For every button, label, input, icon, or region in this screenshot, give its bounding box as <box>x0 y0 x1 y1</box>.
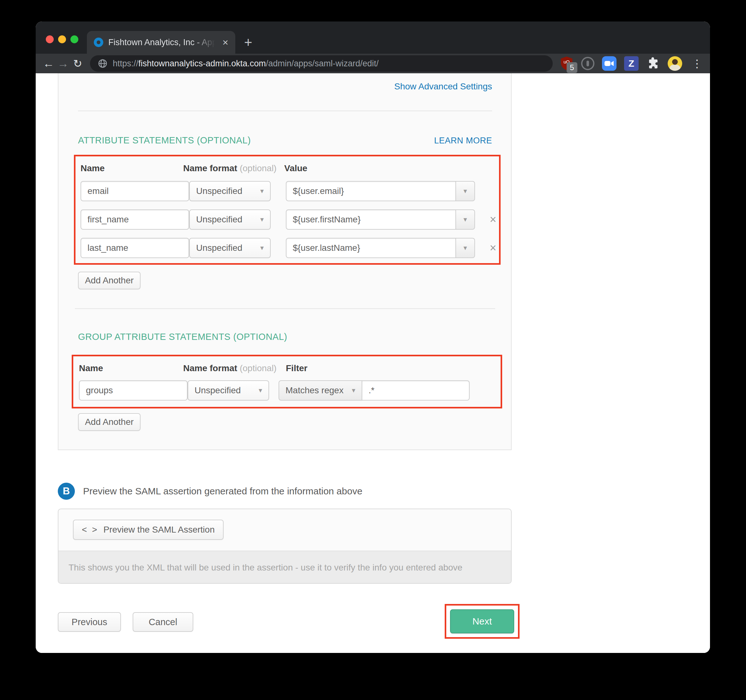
browser-toolbar: ← → ↻ https://fishtownanalytics-admin.ok… <box>36 54 710 73</box>
name-format-select[interactable]: Unspecified ▾ <box>189 181 271 201</box>
add-another-group-attribute-button[interactable]: Add Another <box>78 413 141 431</box>
attribute-value-input[interactable] <box>286 209 456 230</box>
name-format-value: Unspecified <box>194 385 241 396</box>
chevron-down-icon: ▾ <box>259 386 262 394</box>
filter-type-value: Matches regex <box>286 385 344 396</box>
preview-button-label: Preview the SAML Assertion <box>103 525 214 535</box>
preview-step-title: Preview the SAML assertion generated fro… <box>83 486 362 497</box>
profile-avatar[interactable] <box>668 56 682 71</box>
extension-area: uO 5 Z ⋮ <box>560 56 704 71</box>
name-format-select[interactable]: Unspecified ▾ <box>188 380 269 400</box>
show-advanced-settings-link[interactable]: Show Advanced Settings <box>394 81 492 92</box>
url-path: /admin/apps/saml-wizard/edit/ <box>266 59 379 68</box>
attribute-value-combo: ▾ <box>286 209 475 230</box>
name-format-value: Unspecified <box>196 214 242 224</box>
attribute-statements-header-row: ATTRIBUTE STATEMENTS (OPTIONAL) LEARN MO… <box>78 135 492 146</box>
group-attribute-statements-title: GROUP ATTRIBUTE STATEMENTS (OPTIONAL) <box>78 332 287 342</box>
chevron-down-icon: ▾ <box>260 215 264 224</box>
url-host: fishtownanalytics-admin.okta.com <box>138 59 266 68</box>
browser-menu-icon[interactable]: ⋮ <box>690 58 704 69</box>
divider <box>75 308 495 309</box>
close-tab-icon[interactable]: × <box>223 37 229 47</box>
value-dropdown-button[interactable]: ▾ <box>456 238 475 258</box>
attribute-name-input[interactable] <box>81 238 189 258</box>
url-scheme: https:// <box>113 59 138 68</box>
group-attribute-row: Unspecified ▾ Matches regex ▾ <box>73 380 501 400</box>
reload-icon[interactable]: ↻ <box>71 57 85 70</box>
preview-note-text: This shows you the XML that will be used… <box>69 563 462 573</box>
saml-settings-panel: Show Advanced Settings ATTRIBUTE STATEME… <box>58 73 511 450</box>
minimize-window-button[interactable] <box>58 35 66 43</box>
chevron-down-icon: ▾ <box>463 187 467 195</box>
page-content: Show Advanced Settings ATTRIBUTE STATEME… <box>36 73 710 653</box>
url-text: https://fishtownanalytics-admin.okta.com… <box>113 59 379 69</box>
column-header-name-format: Name format (optional) <box>183 363 277 373</box>
remove-row-button[interactable]: × <box>486 240 500 256</box>
browser-tab[interactable]: Fishtown Analytics, Inc - Applic × <box>87 31 235 54</box>
onepassword-icon[interactable] <box>581 57 594 70</box>
chevron-down-icon: ▾ <box>463 215 467 224</box>
attribute-row: Unspecified ▾ ▾ × <box>75 238 499 258</box>
window-controls <box>46 35 78 43</box>
address-bar[interactable]: https://fishtownanalytics-admin.okta.com… <box>90 55 553 72</box>
group-name-input[interactable] <box>79 380 188 400</box>
column-header-name: Name <box>81 163 105 173</box>
close-window-button[interactable] <box>46 35 54 43</box>
ublock-origin-icon[interactable]: uO 5 <box>560 56 573 71</box>
browser-window: Fishtown Analytics, Inc - Applic × + ← →… <box>36 21 710 653</box>
forward-icon[interactable]: → <box>56 57 71 70</box>
attribute-value-combo: ▾ <box>286 238 475 258</box>
annotation-box-attribute-statements: Name Name format (optional) Value Unspec… <box>74 155 501 265</box>
attribute-row: Unspecified ▾ ▾ <box>75 181 499 201</box>
filter-value-input[interactable] <box>362 380 470 400</box>
step-b-badge: B <box>58 483 75 500</box>
ublock-badge: 5 <box>567 62 578 73</box>
attribute-row: Unspecified ▾ ▾ × <box>75 209 499 230</box>
cancel-button[interactable]: Cancel <box>132 612 193 632</box>
attribute-value-combo: ▾ <box>286 181 475 201</box>
add-another-attribute-button[interactable]: Add Another <box>78 272 141 289</box>
tab-strip: Fishtown Analytics, Inc - Applic × + <box>36 21 710 54</box>
attribute-value-input[interactable] <box>286 181 456 201</box>
preview-saml-assertion-button[interactable]: < > Preview the SAML Assertion <box>73 519 224 540</box>
extensions-puzzle-icon[interactable] <box>646 57 660 71</box>
zoom-window-button[interactable] <box>71 35 78 43</box>
filter-type-select[interactable]: Matches regex ▾ <box>278 380 362 400</box>
chevron-down-icon: ▾ <box>260 244 264 252</box>
next-button[interactable]: Next <box>450 609 514 633</box>
divider <box>78 111 492 111</box>
column-header-name-format: Name format (optional) <box>183 163 277 173</box>
learn-more-link[interactable]: LEARN MORE <box>434 136 492 146</box>
back-icon[interactable]: ← <box>41 57 56 70</box>
attribute-name-input[interactable] <box>81 209 189 230</box>
preview-step-header: B Preview the SAML assertion generated f… <box>58 483 362 500</box>
annotation-box-group-attribute: Name Name format (optional) Filter Unspe… <box>72 355 502 408</box>
attribute-statements-title: ATTRIBUTE STATEMENTS (OPTIONAL) <box>78 135 251 146</box>
previous-button[interactable]: Previous <box>58 612 121 632</box>
zoom-extension-icon[interactable] <box>602 56 617 71</box>
column-header-name: Name <box>79 363 103 373</box>
z-extension-icon[interactable]: Z <box>624 56 639 71</box>
name-format-select[interactable]: Unspecified ▾ <box>189 238 271 258</box>
okta-favicon-icon <box>94 38 103 47</box>
attribute-value-input[interactable] <box>286 238 456 258</box>
name-format-select[interactable]: Unspecified ▾ <box>189 209 271 230</box>
code-icon: < > <box>82 525 98 535</box>
preview-assertion-box: < > Preview the SAML Assertion This show… <box>58 509 511 584</box>
remove-row-button[interactable]: × <box>486 212 500 227</box>
value-dropdown-button[interactable]: ▾ <box>456 181 475 201</box>
name-format-value: Unspecified <box>196 243 242 253</box>
tab-title: Fishtown Analytics, Inc - Applic <box>108 38 217 47</box>
attribute-name-input[interactable] <box>81 181 189 201</box>
preview-note-bar: This shows you the XML that will be used… <box>59 551 511 584</box>
new-tab-button[interactable]: + <box>244 35 252 49</box>
annotation-box-next: Next <box>445 604 520 639</box>
chevron-down-icon: ▾ <box>260 187 264 195</box>
chevron-down-icon: ▾ <box>352 386 355 394</box>
chevron-down-icon: ▾ <box>463 244 467 252</box>
globe-icon <box>98 59 108 69</box>
column-header-value: Value <box>284 163 307 173</box>
value-dropdown-button[interactable]: ▾ <box>456 209 475 230</box>
preview-box-top: < > Preview the SAML Assertion <box>59 509 511 551</box>
column-header-filter: Filter <box>286 363 307 373</box>
